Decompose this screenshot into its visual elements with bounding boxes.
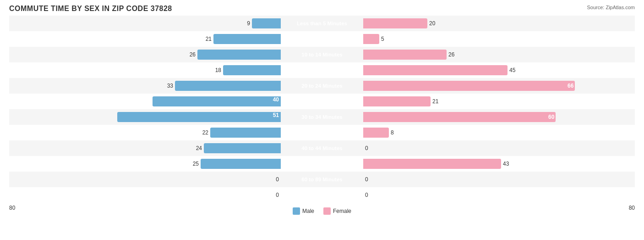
female-legend-label: Female xyxy=(333,208,351,214)
table-row: 184515 to 19 Minutes xyxy=(9,62,635,78)
male-value: 40 xyxy=(270,96,279,103)
male-bar xyxy=(197,50,281,60)
male-value: 25 xyxy=(190,161,199,167)
male-value: 0 xyxy=(270,176,279,183)
female-value: 0 xyxy=(365,145,374,151)
female-bar xyxy=(363,96,431,106)
table-row: 262610 to 14 Minutes xyxy=(9,47,635,62)
female-bar xyxy=(363,81,575,91)
axis-left: 80 xyxy=(9,205,15,215)
female-bar xyxy=(363,159,501,169)
female-value: 45 xyxy=(509,67,518,73)
female-legend-box xyxy=(323,207,331,215)
table-row: 24040 to 44 Minutes xyxy=(9,140,635,156)
female-value: 43 xyxy=(503,161,512,167)
male-legend-box xyxy=(293,207,300,215)
male-value: 51 xyxy=(270,112,279,118)
table-row: 516030 to 34 Minutes xyxy=(9,109,635,125)
table-row: 402125 to 29 Minutes xyxy=(9,94,635,109)
table-row: 0090 or more Minutes xyxy=(9,187,635,203)
table-row: 2155 to 9 Minutes xyxy=(9,31,635,47)
female-bar xyxy=(363,128,389,138)
male-value: 33 xyxy=(164,83,173,89)
chart-rows: 920Less than 5 Minutes2155 to 9 Minutes2… xyxy=(9,16,635,203)
female-bar xyxy=(363,34,379,44)
table-row: 336620 to 24 Minutes xyxy=(9,78,635,94)
axis-labels: 80 Male Female 80 xyxy=(9,203,635,217)
chart-container: Commute Time By Sex In Zip Code 37828 So… xyxy=(0,0,644,240)
male-bar xyxy=(201,159,281,169)
table-row: 22835 to 39 Minutes xyxy=(9,125,635,140)
male-bar xyxy=(252,18,281,28)
male-value: 0 xyxy=(270,192,279,198)
legend-male: Male xyxy=(293,207,314,215)
male-bar xyxy=(204,143,281,153)
male-value: 21 xyxy=(202,36,212,42)
male-value: 26 xyxy=(186,51,196,58)
female-value: 20 xyxy=(429,20,438,27)
male-bar xyxy=(223,65,281,75)
legend: Male Female xyxy=(293,207,351,215)
legend-female: Female xyxy=(323,207,351,215)
female-value: 0 xyxy=(365,176,374,183)
male-bar xyxy=(175,81,281,91)
female-value: 5 xyxy=(381,36,390,42)
male-value: 18 xyxy=(212,67,221,73)
female-bar xyxy=(363,65,508,75)
male-bar xyxy=(213,34,281,44)
source-label: Source: ZipAtlas.com xyxy=(587,5,635,10)
male-legend-label: Male xyxy=(302,208,314,214)
female-value: 0 xyxy=(365,192,374,198)
female-bar xyxy=(363,50,447,60)
male-bar: 40 xyxy=(153,96,281,106)
female-value: 26 xyxy=(448,51,458,58)
male-value: 24 xyxy=(193,145,202,151)
table-row: 0060 to 89 Minutes xyxy=(9,172,635,187)
female-value: 21 xyxy=(432,98,442,105)
male-value: 9 xyxy=(241,20,250,27)
male-bar: 51 xyxy=(117,112,281,122)
female-value: 66 xyxy=(568,83,577,89)
axis-right: 80 xyxy=(629,205,635,215)
male-value: 22 xyxy=(199,129,208,136)
male-bar xyxy=(210,128,281,138)
female-bar xyxy=(363,112,556,122)
female-bar xyxy=(363,18,427,28)
female-value: 8 xyxy=(391,129,400,136)
table-row: 920Less than 5 Minutes xyxy=(9,16,635,31)
female-value: 60 xyxy=(548,114,557,120)
chart-title: Commute Time By Sex In Zip Code 37828 xyxy=(9,5,635,13)
table-row: 254345 to 59 Minutes xyxy=(9,156,635,172)
